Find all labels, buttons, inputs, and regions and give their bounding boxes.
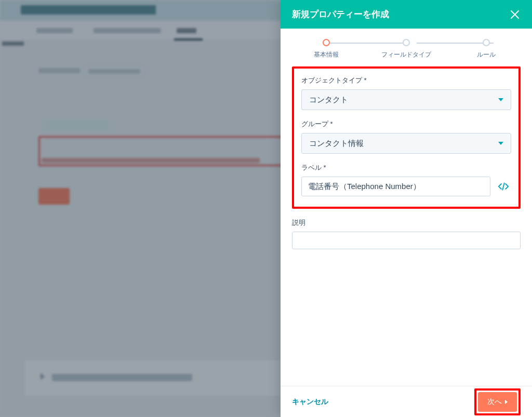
chevron-down-icon [498,98,503,101]
group-field: グループ * コンタクト情報 [301,119,511,154]
step-dot-icon [323,39,330,46]
svg-line-2 [502,183,504,191]
cancel-button[interactable]: キャンセル [292,397,328,407]
step-dot-icon [483,39,490,46]
group-value: コンタクト情報 [309,139,364,149]
stepper: 基本情報 フィールドタイプ ルール [281,29,532,63]
panel-body: オブジェクトタイプ * コンタクト グループ * コンタクト情報 ラベル * [281,63,532,386]
close-icon[interactable] [509,9,521,20]
chevron-right-icon [505,400,508,404]
label-input[interactable] [301,177,490,196]
object-type-value: コンタクト [309,95,348,105]
next-button[interactable]: 次へ [478,392,517,412]
step-label: 基本情報 [314,50,339,59]
next-button-label: 次へ [487,397,502,407]
chevron-down-icon [498,142,503,145]
label-field-label: ラベル * [301,163,511,172]
code-icon[interactable] [496,177,511,196]
object-type-field: オブジェクトタイプ * コンタクト [301,76,511,110]
step-field-type[interactable]: フィールドタイプ [385,39,427,59]
description-input[interactable] [292,232,521,249]
object-type-label: オブジェクトタイプ * [301,76,511,85]
highlighted-next-section: 次へ [474,388,521,415]
group-select[interactable]: コンタクト情報 [301,133,511,154]
step-dot-icon [403,39,410,46]
object-type-select[interactable]: コンタクト [301,89,511,110]
group-label: グループ * [301,119,511,129]
panel-footer: キャンセル 次へ [281,386,532,417]
create-property-panel: 新規プロパティーを作成 基本情報 フィールドタイプ ルール オブジェクトタイプ … [281,0,532,417]
panel-header: 新規プロパティーを作成 [281,0,532,29]
step-label: ルール [477,50,496,59]
panel-title: 新規プロパティーを作成 [292,8,389,20]
label-field: ラベル * [301,163,511,196]
highlighted-form-section: オブジェクトタイプ * コンタクト グループ * コンタクト情報 ラベル * [292,66,521,209]
description-field: 説明 [292,218,521,251]
description-label: 説明 [292,218,521,227]
step-basic-info[interactable]: 基本情報 [305,39,347,59]
step-rules[interactable]: ルール [466,39,507,59]
step-label: フィールドタイプ [381,50,431,59]
